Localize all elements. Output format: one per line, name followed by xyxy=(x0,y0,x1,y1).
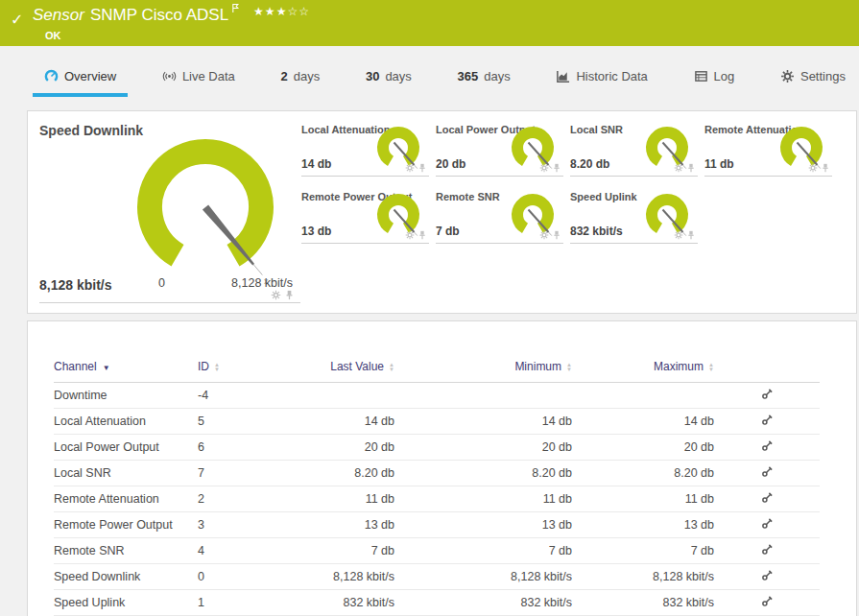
primary-gauge-value: 8,128 kbit/s xyxy=(39,277,112,293)
stars-empty: ☆☆ xyxy=(287,5,310,18)
tab-overview[interactable]: Overview xyxy=(33,46,128,106)
gear-icon[interactable] xyxy=(808,163,818,173)
pin-icon[interactable] xyxy=(686,163,696,173)
small-gauge-cell: Remote SNR 7 db xyxy=(436,186,563,244)
gear-icon[interactable] xyxy=(405,230,415,240)
channel-cell: Local Power Output xyxy=(54,435,198,461)
channel-cell: Remote SNR xyxy=(54,538,198,564)
minimum-cell xyxy=(394,383,572,409)
table-row: Remote SNR 4 7 db 7 db 7 db xyxy=(54,538,820,564)
tab-30-days[interactable]: 30 days xyxy=(354,46,423,106)
pin-icon[interactable] xyxy=(686,230,696,240)
tab-log[interactable]: Log xyxy=(682,46,747,106)
chart-icon xyxy=(556,69,570,83)
minimum-cell: 20 db xyxy=(394,435,572,461)
tab-365-days[interactable]: 365 days xyxy=(446,46,522,106)
gear-icon[interactable] xyxy=(405,163,415,173)
column-header-channel[interactable]: Channel▼ xyxy=(54,360,198,383)
maximum-cell: 13 db xyxy=(572,512,714,538)
tab-settings[interactable]: Settings xyxy=(769,46,857,106)
table-row: Downtime -4 xyxy=(54,383,820,409)
id-cell: 7 xyxy=(198,461,279,486)
gear-icon[interactable] xyxy=(271,290,281,300)
priority-stars[interactable]: ★★★☆☆ xyxy=(253,5,310,18)
stars-filled: ★★★ xyxy=(253,5,287,18)
column-header-id[interactable]: ID▲▼ xyxy=(198,360,279,383)
tab-live-data[interactable]: Live Data xyxy=(151,46,247,106)
small-gauge-value: 832 kbit/s xyxy=(570,225,623,238)
column-header-tools xyxy=(714,360,820,383)
small-gauge-cell: Remote Power Output 13 db xyxy=(301,186,429,244)
maximum-cell: 11 db xyxy=(572,486,714,512)
last-value-cell: 8.20 db xyxy=(279,461,394,486)
small-gauge-value: 20 db xyxy=(436,157,465,171)
pin-icon[interactable] xyxy=(418,230,427,240)
id-cell: 5 xyxy=(198,409,279,435)
minimum-cell: 14 db xyxy=(394,409,572,435)
id-cell: 6 xyxy=(198,435,279,461)
last-value-cell xyxy=(279,383,394,409)
id-cell: 4 xyxy=(198,538,279,564)
wrench-icon[interactable] xyxy=(761,414,774,426)
last-value-cell: 11 db xyxy=(279,486,394,512)
wrench-icon[interactable] xyxy=(761,543,774,556)
small-gauge-value: 14 db xyxy=(301,157,331,171)
sensor-title-prefix: Sensor xyxy=(33,6,84,24)
broadcast-icon xyxy=(162,69,177,83)
log-icon xyxy=(694,69,708,83)
tab-2-days[interactable]: 2 days xyxy=(270,46,332,106)
last-value-cell: 14 db xyxy=(279,409,394,435)
ok-check-icon: ✓ xyxy=(11,11,23,29)
maximum-cell: 14 db xyxy=(572,409,714,435)
gear-icon[interactable] xyxy=(674,163,683,173)
gauge-scale-min: 0 xyxy=(158,276,165,290)
pin-icon[interactable] xyxy=(418,163,427,173)
wrench-icon[interactable] xyxy=(761,465,774,478)
maximum-cell: 8,128 kbit/s xyxy=(572,564,714,590)
status-badge: OK xyxy=(45,30,61,41)
last-value-cell: 13 db xyxy=(279,512,394,538)
last-value-cell: 8,128 kbit/s xyxy=(279,564,394,590)
gear-icon[interactable] xyxy=(539,230,549,240)
maximum-cell xyxy=(572,383,714,409)
tab-historic-data[interactable]: Historic Data xyxy=(544,46,658,106)
id-cell: 0 xyxy=(198,564,279,590)
channel-cell: Speed Downlink xyxy=(54,564,198,590)
column-header-minimum[interactable]: Minimum▲▼ xyxy=(394,360,572,383)
wrench-icon[interactable] xyxy=(761,569,774,581)
table-row: Speed Uplink 1 832 kbit/s 832 kbit/s 832… xyxy=(54,590,820,616)
gear-icon[interactable] xyxy=(539,163,549,173)
gear-icon[interactable] xyxy=(674,230,683,240)
table-row: Local Power Output 6 20 db 20 db 20 db xyxy=(54,435,820,461)
pin-icon[interactable] xyxy=(821,163,830,173)
sort-icon: ▲▼ xyxy=(214,363,220,372)
channel-cell: Remote Attenuation xyxy=(54,486,198,512)
table-row: Local Attenuation 5 14 db 14 db 14 db xyxy=(54,409,820,435)
column-header-last-value[interactable]: Last Value▲▼ xyxy=(279,360,394,383)
last-value-cell: 20 db xyxy=(279,435,394,461)
minimum-cell: 832 kbit/s xyxy=(394,590,572,616)
pin-icon[interactable] xyxy=(552,163,561,173)
table-row: Remote Attenuation 2 11 db 11 db 11 db xyxy=(54,486,820,512)
wrench-icon[interactable] xyxy=(761,595,774,607)
last-value-cell: 7 db xyxy=(279,538,394,564)
gauges-panel: Speed Downlink x 0 8,128 kbit/s 8,128 kb… xyxy=(27,110,857,314)
wrench-icon[interactable] xyxy=(761,491,774,504)
wrench-icon[interactable] xyxy=(761,388,774,400)
id-cell: 3 xyxy=(198,512,279,538)
sort-icon: ▲▼ xyxy=(708,363,714,372)
column-header-maximum[interactable]: Maximum▲▼ xyxy=(572,360,714,383)
small-gauge-value: 7 db xyxy=(436,225,460,238)
small-gauge-cell: Local Attenuation 14 db xyxy=(301,119,429,177)
minimum-cell: 7 db xyxy=(394,538,572,564)
table-row: Speed Downlink 0 8,128 kbit/s 8,128 kbit… xyxy=(54,564,820,590)
pin-icon[interactable] xyxy=(284,290,295,300)
wrench-icon[interactable] xyxy=(761,439,774,452)
sort-icon: ▲▼ xyxy=(566,363,572,372)
flag-icon[interactable] xyxy=(231,3,240,13)
wrench-icon[interactable] xyxy=(761,517,774,530)
small-gauges-grid: Local Attenuation 14 db Local Power Outp… xyxy=(301,119,850,253)
minimum-cell: 13 db xyxy=(394,512,572,538)
pin-icon[interactable] xyxy=(552,230,561,240)
channel-cell: Local SNR xyxy=(54,461,198,486)
